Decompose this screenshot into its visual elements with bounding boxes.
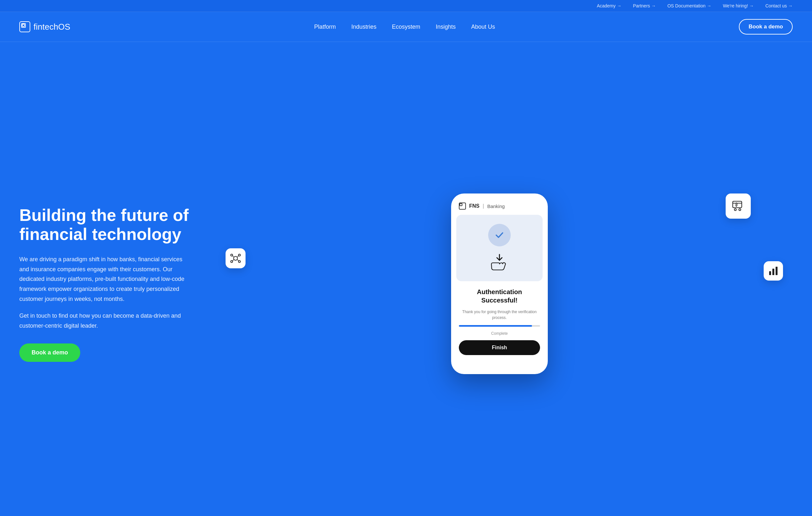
svg-rect-17 [776,267,778,275]
academy-link[interactable]: Academy → [597,3,621,8]
svg-line-12 [237,256,238,257]
main-nav: fintechOS Platform Industries Ecosystem … [0,12,812,42]
phone-header: FNS | Banking [451,193,548,215]
finish-button[interactable]: Finish [459,340,540,355]
svg-line-11 [233,256,234,257]
hero-book-demo-button[interactable]: Book a demo [19,344,80,362]
progress-bar-fill [459,325,532,327]
crypto-float-icon: ₿ [726,193,751,219]
nav-ecosystem[interactable]: Ecosystem [392,24,420,30]
hiring-link[interactable]: We're hiring! → [723,3,754,8]
hero-text: Building the future of financial technol… [19,206,206,362]
check-circle [488,224,511,246]
nav-platform[interactable]: Platform [314,24,336,30]
nav-industries[interactable]: Industries [351,24,376,30]
fintechos-logo[interactable]: fintechOS [19,21,70,32]
svg-point-8 [238,254,240,256]
auth-sub: Thank you for going through the verifica… [459,309,540,321]
contact-link[interactable]: Contact us → [765,3,793,8]
logo-icon [19,21,30,32]
svg-point-3 [734,209,736,211]
svg-point-6 [234,256,237,260]
hero-section: Building the future of financial technol… [0,42,812,516]
svg-rect-18 [460,203,462,206]
hand-icon [487,253,512,272]
nav-links: Platform Industries Ecosystem Insights A… [314,24,495,30]
svg-line-13 [233,260,234,261]
auth-title: Authentication Successful! [459,288,540,304]
logo-text: fintechOS [33,22,70,32]
partners-link[interactable]: Partners → [633,3,656,8]
hero-description-1: We are driving a paradigm shift in how b… [19,254,193,304]
nav-about[interactable]: About Us [471,24,495,30]
phone-logo-icon [459,202,466,210]
svg-rect-15 [769,271,771,275]
network-float-icon [226,248,245,268]
phone-mockup: FNS | Banking [451,193,548,374]
progress-bar [459,325,540,327]
svg-point-10 [238,261,240,263]
svg-rect-16 [772,269,774,275]
svg-rect-0 [22,24,25,26]
top-bar: Academy → Partners → OS Documentation → … [0,0,812,12]
hero-title: Building the future of financial technol… [19,206,193,244]
complete-label: Complete [491,331,508,336]
book-demo-nav-button[interactable]: Book a demo [739,19,793,34]
svg-point-4 [739,209,741,211]
phone-content-area [456,215,543,281]
nav-insights[interactable]: Insights [436,24,456,30]
phone-brand: FNS [469,203,480,209]
phone-divider: | [483,203,484,209]
hero-visual: ₿ [206,184,793,384]
svg-line-14 [237,260,238,261]
svg-point-9 [231,261,233,263]
os-documentation-link[interactable]: OS Documentation → [667,3,711,8]
chart-float-icon [764,261,783,280]
hero-description-2: Get in touch to find out how you can bec… [19,311,193,331]
phone-sub: Banking [487,203,504,209]
phone-bottom: Authentication Successful! Thank you for… [451,281,548,361]
svg-point-7 [231,254,233,256]
